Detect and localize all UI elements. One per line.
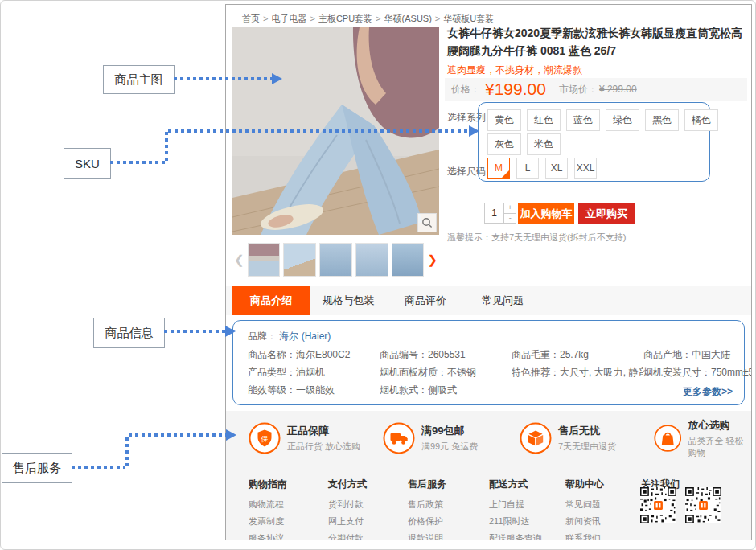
tab-spec-packaging[interactable]: 规格与包装 [310, 286, 387, 315]
more-params-link[interactable]: 更多参数>> [683, 385, 733, 399]
footer-link[interactable]: 购物流程 [249, 499, 287, 511]
thumbs-next-icon[interactable]: ❯ [427, 252, 438, 267]
color-option[interactable]: 蓝色 [566, 109, 600, 131]
product-title: 女裤牛仔裤女2020夏季新款泫雅长裤女韩版显瘦直筒宽松高腰阔腿九分牛仔裤 008… [447, 25, 751, 60]
thumbnail[interactable] [283, 243, 316, 277]
footer-column-title: 购物指南 [249, 478, 287, 491]
market-price-value: ¥ 299.00 [599, 84, 637, 95]
service-title: 满99包邮 [421, 424, 478, 438]
footer-link[interactable]: 服务协议 [249, 532, 287, 540]
color-option[interactable]: 红色 [527, 109, 561, 131]
footer-link[interactable]: 价格保护 [408, 515, 454, 527]
color-options-row1: 黄色 红色 蓝色 绿色 黑色 橘色 [487, 109, 718, 131]
spec-item: 烟机面板材质：不锈钢 [380, 366, 512, 384]
qr-code-icon [640, 487, 676, 523]
footer-link[interactable]: 配送服务查询 [489, 532, 551, 540]
thumbnail[interactable] [319, 243, 352, 277]
footer-link[interactable]: 退款说明 [408, 532, 454, 540]
service-authentic: 保 正品保障 正品行货 放心选购 [249, 411, 360, 466]
color-option[interactable]: 黄色 [487, 109, 521, 131]
breadcrumb-current: 华硕板U套装 [443, 14, 494, 23]
footer-link[interactable]: 售后政策 [408, 499, 454, 511]
brand-link[interactable]: 海尔 (Haier) [279, 330, 331, 342]
annotation-line [72, 466, 125, 469]
selling-point: 遮肉显瘦，不挑身材，潮流爆款 [447, 64, 582, 77]
color-option[interactable]: 米色 [527, 133, 561, 155]
service-subtitle: 7天无理由退货 [558, 441, 616, 453]
quantity-buttons: + - [503, 203, 516, 223]
market-price-label: 市场价： [559, 83, 598, 96]
buy-now-button[interactable]: 立即购买 [578, 203, 635, 224]
annotation-line [129, 433, 226, 437]
svg-text:保: 保 [261, 435, 269, 443]
brand-row: 品牌： 海尔 (Haier) [248, 330, 331, 343]
size-option-selected[interactable]: M [487, 158, 510, 179]
annotation-arrowhead-icon [225, 326, 236, 337]
quantity-minus-icon[interactable]: - [504, 214, 516, 224]
breadcrumb-separator: > [435, 14, 440, 23]
warm-tip: 温馨提示：支持7天无理由退货(拆封后不支持) [447, 232, 626, 244]
color-option[interactable]: 黑色 [645, 109, 679, 131]
footer-column-shopping-guide: 购物指南 购物流程 发票制度 服务协议 会员优惠 [249, 478, 287, 540]
service-subtitle: 品类齐全 轻松购物 [688, 435, 751, 459]
service-title: 售后无忧 [558, 424, 616, 438]
service-easy-shopping: 放心选购 品类齐全 轻松购物 [654, 411, 751, 466]
footer-link[interactable]: 常见问题 [565, 499, 604, 511]
service-free-shipping: 满99包邮 满99元 免运费 [383, 411, 478, 466]
footer-column-payment: 支付方式 货到付款 网上支付 分期付款 银行转帐 [328, 478, 367, 540]
spec-item: 商品编号：2605531 [380, 348, 512, 366]
divider [447, 195, 747, 195]
footer-link[interactable]: 联系我们 [565, 532, 604, 540]
tab-faq[interactable]: 常见问题 [464, 286, 541, 315]
spec-item: 能效等级：一级能效 [248, 384, 380, 401]
breadcrumb-subcategory[interactable]: 主板CPU套装 [318, 14, 372, 23]
brand-label: 品牌： [248, 330, 277, 342]
breadcrumb-home[interactable]: 首页 [242, 14, 260, 23]
truck-icon [383, 422, 415, 454]
size-options: M L XL XXL [487, 158, 597, 179]
color-option[interactable]: 灰色 [487, 133, 521, 155]
box-icon [520, 422, 552, 454]
footer-link[interactable]: 发票制度 [249, 515, 287, 527]
quantity-input[interactable]: 1 [485, 203, 503, 223]
thumbs-prev-icon[interactable]: ❮ [234, 252, 244, 267]
spec-item: 商品产地：中国大陆 [643, 348, 752, 366]
qr-code-icon [685, 487, 721, 523]
service-subtitle: 满99元 免运费 [421, 441, 478, 453]
zoom-button[interactable] [417, 213, 437, 232]
tab-reviews[interactable]: 商品评价 [387, 286, 464, 315]
qr-codes [640, 487, 721, 523]
annotation-product-info: 商品信息 [93, 318, 165, 348]
shield-icon: 保 [249, 422, 281, 454]
price-strip: 价格： ¥199.00 市场价： ¥ 299.00 [445, 78, 747, 101]
size-option[interactable]: XXL [574, 158, 597, 179]
product-info-panel: 品牌： 海尔 (Haier) 商品名称：海尔E800C2 商品编号：260553… [232, 320, 745, 405]
service-title: 正品保障 [287, 424, 360, 438]
footer-column-after-sales: 售后服务 售后政策 价格保护 退款说明 返修/退换货 取消订单 [408, 478, 454, 540]
footer-link[interactable]: 新闻资讯 [565, 515, 604, 527]
footer-link[interactable]: 网上支付 [328, 515, 367, 527]
breadcrumb-brand[interactable]: 华硕(ASUS) [384, 14, 432, 23]
tab-product-intro[interactable]: 商品介绍 [232, 286, 310, 315]
color-option[interactable]: 绿色 [606, 109, 639, 131]
size-option[interactable]: XL [545, 158, 568, 179]
color-option[interactable]: 橘色 [684, 109, 718, 131]
quantity-plus-icon[interactable]: + [504, 203, 516, 214]
thumbnail[interactable] [248, 243, 281, 277]
annotation-line [125, 437, 129, 467]
spec-item: 商品毛重：25.7kg [512, 348, 643, 366]
footer-link[interactable]: 211限时达 [489, 515, 551, 527]
add-to-cart-button[interactable]: 加入购物车 [518, 203, 574, 224]
footer-column-title: 售后服务 [408, 478, 454, 491]
size-option[interactable]: L [516, 158, 539, 179]
spec-item: 特色推荐：大尺寸, 大吸力, 静音... [512, 366, 643, 384]
annotation-sku: SKU [64, 148, 111, 179]
thumbnail[interactable] [392, 243, 425, 277]
footer-link[interactable]: 分期付款 [328, 532, 367, 540]
service-after-sales: 售后无忧 7天无理由退货 [520, 411, 616, 466]
breadcrumb-category[interactable]: 电子电器 [271, 14, 306, 23]
thumbnail[interactable] [355, 243, 388, 277]
service-subtitle: 正品行货 放心选购 [287, 441, 360, 453]
footer-link[interactable]: 上门自提 [489, 499, 551, 511]
footer-link[interactable]: 货到付款 [328, 499, 367, 511]
